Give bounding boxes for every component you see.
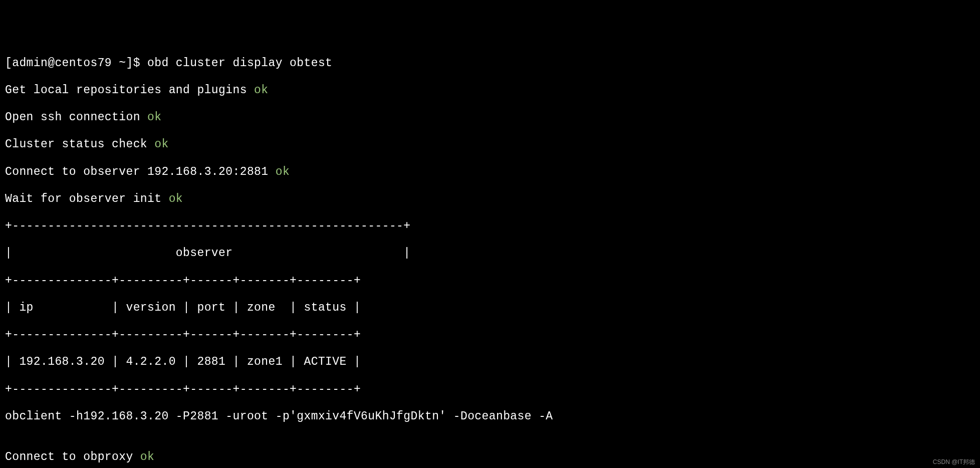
status-line: Connect to observer 192.168.3.20:2881 ok	[5, 165, 975, 179]
shell-command[interactable]: obd cluster display obtest	[147, 57, 332, 70]
status-ok: ok	[254, 84, 268, 97]
status-line: Cluster status check ok	[5, 138, 975, 151]
status-line: Open ssh connection ok	[5, 111, 975, 124]
step-text: Get local repositories and plugins	[5, 84, 254, 97]
step-text: Connect to observer 192.168.3.20:2881	[5, 165, 276, 178]
step-text: Open ssh connection	[5, 111, 147, 124]
table-border: +--------------+---------+------+-------…	[5, 274, 975, 288]
step-text: Cluster status check	[5, 138, 154, 151]
status-line: Connect to obproxy ok	[5, 450, 975, 464]
status-ok: ok	[140, 450, 154, 463]
table-header: | ip | version | port | zone | status |	[5, 301, 975, 315]
table-row: | 192.168.3.20 | 4.2.2.0 | 2881 | zone1 …	[5, 355, 975, 369]
table-border: +---------------------------------------…	[5, 219, 975, 233]
table-border: +--------------+---------+------+-------…	[5, 328, 975, 342]
status-ok: ok	[147, 111, 161, 124]
terminal-line: [admin@centos79 ~]$ obd cluster display …	[5, 57, 975, 70]
status-line: Get local repositories and plugins ok	[5, 84, 975, 97]
status-ok: ok	[154, 138, 168, 151]
table-border: +--------------+---------+------+-------…	[5, 383, 975, 396]
status-ok: ok	[276, 165, 290, 178]
status-ok: ok	[169, 192, 183, 205]
step-text: Connect to obproxy	[5, 450, 140, 463]
obclient-command: obclient -h192.168.3.20 -P2881 -uroot -p…	[5, 410, 975, 423]
status-line: Wait for observer init ok	[5, 192, 975, 206]
shell-prompt[interactable]: [admin@centos79 ~]$	[5, 57, 147, 70]
watermark: CSDN @IT邦德	[933, 458, 975, 465]
table-title: | observer |	[5, 247, 975, 260]
step-text: Wait for observer init	[5, 192, 169, 205]
